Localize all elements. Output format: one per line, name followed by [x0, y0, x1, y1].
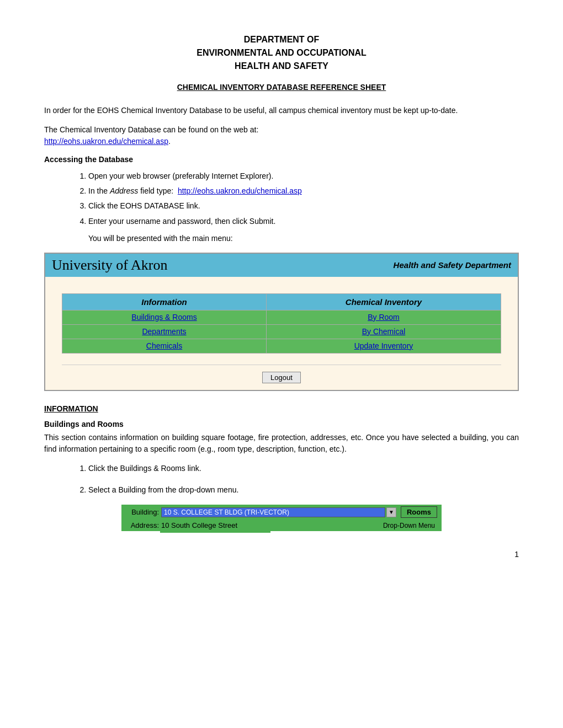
- presented-text: You will be presented with the main menu…: [88, 234, 519, 243]
- building-input[interactable]: [161, 507, 385, 517]
- logout-button[interactable]: Logout: [262, 372, 301, 383]
- menu-departments: Departments: [62, 324, 267, 339]
- main-menu-box: University of Akron Health and Safety De…: [44, 253, 519, 391]
- intro-paragraph1: In order for the EOHS Chemical Inventory…: [44, 105, 519, 116]
- by-room-link[interactable]: By Room: [368, 313, 400, 322]
- menu-update-inventory: Update Inventory: [267, 339, 501, 353]
- mockup-bottom: [121, 531, 442, 533]
- chemicals-link[interactable]: Chemicals: [146, 341, 182, 350]
- menu-spacer: [45, 277, 518, 293]
- intro-paragraph2: The Chemical Inventory Database can be f…: [44, 124, 519, 147]
- update-inventory-link[interactable]: Update Inventory: [354, 341, 413, 350]
- menu-row-2: Departments By Chemical: [62, 324, 501, 339]
- buildings-step-1: Click the Buildings & Rooms link.: [88, 462, 519, 475]
- address-italic: Address: [110, 186, 138, 195]
- buildings-step-2: Select a Building from the drop-down men…: [88, 483, 519, 497]
- building-mockup: Building: ▼ Rooms Address: 10 South Coll…: [121, 505, 442, 533]
- address-value: 10 South College Street: [161, 521, 237, 529]
- step-3: Click the EOHS DATABASE link.: [88, 199, 519, 213]
- buildings-rooms-heading: Buildings and Rooms: [44, 420, 519, 429]
- menu-dept-title: Health and Safety Department: [394, 260, 511, 270]
- subtitle: CHEMICAL INVENTORY DATABASE REFERENCE SH…: [44, 83, 519, 92]
- header-line3: HEALTH AND SAFETY: [235, 61, 328, 71]
- menu-header: University of Akron Health and Safety De…: [45, 254, 518, 277]
- menu-by-room: By Room: [267, 310, 501, 324]
- header-line2: ENVIRONMENTAL AND OCCUPATIONAL: [196, 48, 367, 57]
- green-underline: [160, 531, 270, 533]
- menu-divider: [62, 365, 501, 365]
- menu-buildings-rooms: Buildings & Rooms: [62, 310, 267, 324]
- departments-link[interactable]: Departments: [142, 327, 186, 336]
- col2-header: Chemical Inventory: [267, 293, 501, 310]
- menu-row-1: Buildings & Rooms By Room: [62, 310, 501, 324]
- col1-header: Information: [62, 293, 267, 310]
- dropdown-menu-label: Drop-Down Menu: [383, 522, 437, 529]
- building-label: Building:: [126, 508, 159, 516]
- step-4: Enter your username and password, then c…: [88, 215, 519, 228]
- step-1: Open your web browser (preferably Intern…: [88, 169, 519, 183]
- intro-para2-text: The Chemical Inventory Database can be f…: [44, 125, 258, 134]
- page-number: 1: [44, 550, 519, 559]
- address-row: Address: 10 South College Street Drop-Do…: [121, 520, 442, 531]
- by-chemical-link[interactable]: By Chemical: [362, 327, 406, 336]
- buildings-rooms-text: This section contains information on bui…: [44, 432, 519, 455]
- step-2: In the Address field type: http://eohs.u…: [88, 184, 519, 198]
- information-heading: INFORMATION: [44, 404, 519, 413]
- buildings-steps: Click the Buildings & Rooms link.: [88, 462, 519, 475]
- logout-row: Logout: [45, 368, 518, 390]
- menu-by-chemical: By Chemical: [267, 324, 501, 339]
- header-line1: DEPARTMENT OF: [244, 35, 320, 44]
- period: .: [168, 137, 171, 146]
- menu-table-container: Information Chemical Inventory Buildings…: [45, 293, 518, 359]
- buildings-steps-2: Select a Building from the drop-down men…: [88, 483, 519, 497]
- database-link[interactable]: http://eohs.uakron.edu/chemical.asp: [44, 137, 168, 146]
- accessing-steps: Open your web browser (preferably Intern…: [88, 169, 519, 228]
- dropdown-arrow-icon[interactable]: ▼: [386, 507, 396, 517]
- address-label: Address:: [126, 521, 159, 529]
- menu-table: Information Chemical Inventory Buildings…: [62, 293, 501, 354]
- building-row: Building: ▼ Rooms: [121, 505, 442, 520]
- menu-chemicals: Chemicals: [62, 339, 267, 353]
- page-title: DEPARTMENT OF ENVIRONMENTAL AND OCCUPATI…: [44, 33, 519, 73]
- rooms-button[interactable]: Rooms: [401, 506, 437, 518]
- menu-university-title: University of Akron: [52, 257, 167, 274]
- buildings-rooms-link[interactable]: Buildings & Rooms: [131, 313, 196, 322]
- address-link[interactable]: http://eohs.uakron.edu/chemical.asp: [178, 186, 302, 195]
- menu-row-3: Chemicals Update Inventory: [62, 339, 501, 353]
- accessing-heading: Accessing the Database: [44, 155, 519, 164]
